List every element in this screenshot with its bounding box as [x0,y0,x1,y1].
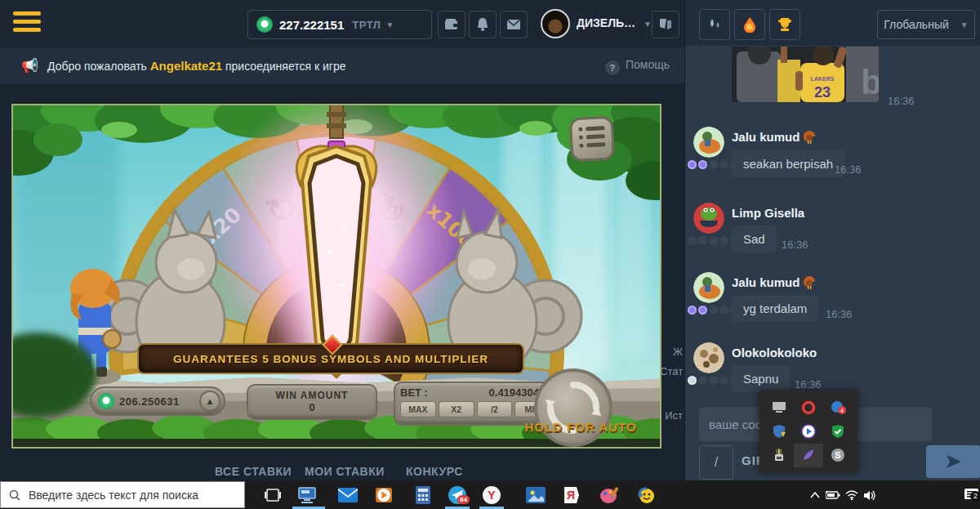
message-bubble: yg terdalam [732,295,818,322]
tray-display-icon[interactable] [764,395,794,419]
spin-button[interactable] [534,368,612,447]
bet-half-button[interactable]: /2 [477,401,513,417]
avatar[interactable] [693,342,724,373]
message-bubble: seakan berpisah [732,150,844,177]
notice-username: Angelkate21 [150,59,222,73]
svg-text:b: b [861,63,879,101]
slash-command-button[interactable]: / [699,445,733,480]
volume-icon[interactable] [858,484,881,507]
balance-value: 227.222151 [279,18,344,32]
level-badge [688,160,697,169]
bonus-banner: GUARANTEES 5 BONUS SYMBOLS AND MULTIPLIE… [137,343,524,374]
action-center-badge: 2 [970,491,980,502]
taskbar-app-pc[interactable] [296,484,318,507]
level-badge [698,376,707,385]
tray-opera-icon[interactable] [794,395,823,419]
notice-text: Добро пожаловать Angelkate21 присоединяе… [47,59,345,73]
system-tray-popup: 4 S [760,391,858,472]
message-username[interactable]: Limp Gisella [732,206,804,220]
chat-header: Глобальный▼ [685,0,980,46]
avatar[interactable] [693,127,724,158]
slot-game-canvas[interactable]: ↻x1↻x1x20↻x3x50↻x1x100x20↻ [11,104,662,449]
taskbar-app-photos[interactable] [524,484,547,507]
bet-max-button[interactable]: MAX [400,401,436,417]
taskbar-app-yandex[interactable]: Я [560,484,583,507]
notifications-button[interactable] [469,11,497,38]
level-badge [719,236,728,245]
fireball-button[interactable] [734,9,765,40]
windows-taskbar: Введите здесь текст для поиска 84 Y [0,480,980,509]
hamburger-menu-icon[interactable] [13,11,41,36]
tray-radio-icon[interactable] [764,444,794,467]
rain-drops-icon [706,17,723,32]
user-avatar[interactable] [541,9,570,38]
message-time: 16:36 [826,308,853,320]
question-icon: ? [605,60,620,75]
tray-feather-icon[interactable] [794,444,823,467]
tab-my-bets[interactable]: МОИ СТАВКИ [305,465,385,478]
level-badge [719,376,728,385]
chevron-down-icon[interactable]: ▼ [644,20,652,29]
action-center-button[interactable]: 2 [960,484,980,507]
help-button[interactable]: ?Помощь [605,58,670,75]
tray-player-icon[interactable] [794,419,823,443]
tab-all-bets[interactable]: ВСЕ СТАВКИ [215,465,292,478]
tray-browser-badge-icon[interactable]: 4 [823,395,853,419]
message-username[interactable]: Olokolokoloko [732,346,817,359]
avatar[interactable] [693,272,724,303]
side-label-zh: Ж [660,346,683,358]
taskbar-app-media[interactable] [372,484,395,507]
svg-text:4: 4 [840,408,844,413]
megaphone-icon: 📢 [21,57,38,74]
taskbar-app-paint[interactable] [598,484,621,507]
chevron-down-icon: ▼ [960,20,969,29]
user-name[interactable]: ДИЗЕЛЬ… [577,16,635,29]
wallet-icon [445,19,459,30]
taskbar-app-mail[interactable] [336,484,359,507]
message-username[interactable]: Jalu kumud [732,275,816,289]
chat-toggle-button[interactable] [652,11,679,38]
turkey-emoji [803,131,816,144]
chat-gif-message[interactable]: b LAKERS 23 [732,47,879,102]
message-time: 16:36 [888,95,915,107]
avatar[interactable] [693,203,724,234]
level-badge [709,376,718,385]
bet-x2-button[interactable]: X2 [439,401,474,417]
taskbar-app-calculator[interactable] [412,484,434,507]
coin-icon [98,393,114,409]
send-button[interactable] [926,445,980,478]
main-panel: 227.222151 ТРТЛ ▼ ДИЗЕЛЬ… ▼ 📢 Доб [0,0,684,480]
bet-value: 0.4194304 [489,386,539,399]
level-badge [698,160,707,169]
rain-button[interactable] [699,9,730,40]
taskbar-search[interactable]: Введите здесь текст для поиска [0,481,245,508]
game-balance: 206.250631 ▲ [90,386,225,416]
task-view-button[interactable] [261,484,284,507]
level-badge [698,236,707,245]
tray-antivirus-icon[interactable] [823,419,853,443]
level-badge [709,160,718,169]
taskbar-app-yandex-browser[interactable]: Y [480,484,503,507]
message-username[interactable]: Jalu kumud [732,130,816,144]
win-amount-box: WIN AMOUNT 0 [247,384,377,420]
svg-text:Я: Я [567,489,575,502]
currency-label: ТРТЛ [352,19,381,31]
deposit-arrow-button[interactable]: ▲ [199,391,220,412]
messages-button[interactable] [500,11,528,38]
chat-channel-select[interactable]: Глобальный▼ [877,10,975,39]
game-menu-button[interactable] [569,116,616,163]
taskbar-app-telegram[interactable]: 84 [446,484,469,507]
balance-pill[interactable]: 227.222151 ТРТЛ ▼ [247,10,432,39]
message-bubble: Sapnu [732,365,790,392]
wallet-button[interactable] [438,11,466,38]
tab-contest[interactable]: КОНКУРС [406,465,463,478]
chevron-down-icon: ▼ [385,20,394,29]
chat-bubble-icon [659,19,672,30]
tray-defender-icon[interactable] [764,419,794,443]
tray-skype-icon[interactable]: S [823,444,853,467]
notice-bar: 📢 Добро пожаловать Angelkate21 присоедин… [0,47,684,83]
taskbar-app-game[interactable] [635,484,658,507]
svg-text:LAKERS: LAKERS [811,76,835,82]
contest-button[interactable] [769,9,800,40]
message-bubble: Sad [732,225,777,252]
